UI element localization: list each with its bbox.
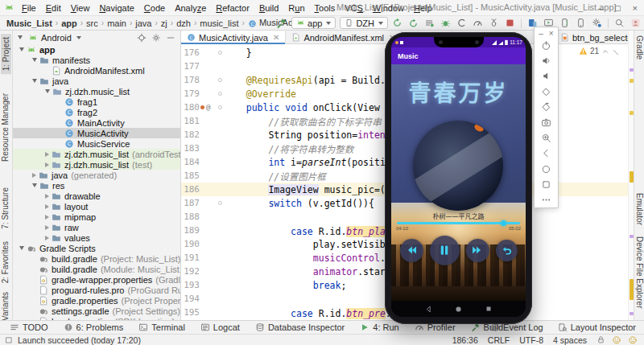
run-configuration-select[interactable]: app [291, 17, 336, 29]
breadcrumb-item[interactable]: main [107, 18, 126, 28]
tree-item-values[interactable]: values [13, 232, 180, 243]
menu-edit[interactable]: Edit [42, 2, 65, 14]
caret-position[interactable]: 186:36 [452, 335, 478, 345]
tree-item-musicservice[interactable]: CMusicService [13, 138, 180, 149]
build-hammer-icon[interactable] [276, 18, 287, 29]
editor-tab-androidmanifest-xml[interactable]: AndroidManifest.xml✕ [286, 31, 402, 44]
nav-home-icon[interactable] [455, 306, 462, 313]
breadcrumb-item[interactable]: music_list [200, 18, 238, 28]
emulator-screenshot-icon[interactable] [541, 117, 551, 128]
tool-window-tab-layout-inspector[interactable]: Layout Inspector [558, 322, 636, 332]
tree-item-androidmanifest-xml[interactable]: AndroidManifest.xml [13, 65, 180, 76]
tool-window-button-resource-manager[interactable]: Resource Manager [1, 93, 10, 162]
player-next-button[interactable] [466, 239, 489, 262]
target-icon[interactable] [137, 33, 147, 43]
tree-item-settings-gradle[interactable]: settings.gradle(Project Settings) [13, 306, 180, 316]
menu-view[interactable]: View [67, 2, 94, 14]
player-previous-button[interactable] [400, 239, 423, 262]
indent-setting[interactable]: 4 spaces [553, 335, 587, 345]
nav-recents-icon[interactable] [485, 306, 492, 312]
breadcrumb-item[interactable]: zj [161, 18, 167, 28]
run-icon[interactable] [392, 18, 402, 28]
maximize-button[interactable]: ▢ [614, 4, 621, 12]
progress-thumb[interactable] [501, 220, 506, 226]
tree-item-manifests[interactable]: manifests [13, 55, 180, 65]
menu-run[interactable]: Run [284, 2, 308, 14]
avd-manager-icon[interactable] [559, 18, 570, 28]
emulator-power-icon[interactable] [541, 40, 551, 51]
attach-debugger-icon[interactable] [489, 18, 499, 28]
tree-item-layout[interactable]: layout [13, 201, 180, 212]
tree-item-build-gradle[interactable]: build.gradle(Module: Music_List.app) [13, 264, 180, 274]
tree-item-frag1[interactable]: Cfrag1 [13, 97, 180, 107]
close-tab-icon[interactable]: ✕ [273, 33, 279, 42]
tool-window-button-1-project[interactable]: 1: Project [1, 34, 11, 74]
sdk-manager-icon[interactable] [592, 18, 602, 28]
tree-item-musicactivity[interactable]: CMusicActivity [13, 128, 180, 138]
emulator-minimize-button[interactable]: – [539, 29, 543, 38]
feedback-happy-icon[interactable] [612, 335, 621, 345]
sync-icon[interactable] [424, 18, 435, 28]
emulator-volume-up-icon[interactable] [541, 55, 551, 66]
tree-item-gradle-properties[interactable]: gradle.properties(Project Properties) [13, 295, 180, 306]
avatar-icon[interactable] [630, 18, 641, 28]
minus-icon[interactable] [166, 33, 175, 43]
tree-item-java[interactable]: java [13, 76, 180, 86]
tool-window-button-gradle[interactable]: Gradle [635, 35, 644, 60]
gear-icon[interactable] [151, 33, 161, 43]
breadcrumb-item[interactable]: app [61, 18, 77, 28]
emulator-rotate-left-icon[interactable] [541, 87, 551, 97]
editor-tab-musicactivity-java[interactable]: CMusicActivity.java✕ [181, 31, 286, 44]
tree-item-gradle-scripts[interactable]: Gradle Scripts [13, 243, 180, 253]
menu-build[interactable]: Build [255, 2, 283, 14]
phone-screen[interactable]: 11:17 Music 青春万岁 朴树——平凡之路 04:10 05:02 [391, 37, 526, 317]
tree-item-app[interactable]: app [13, 44, 180, 55]
tree-item-gradle-wrapper-properties[interactable]: gradle-wrapper.properties(Gradle Version… [13, 274, 180, 285]
tool-window-button-device-file-explorer[interactable]: Device File Explorer [635, 236, 644, 308]
tree-item-drawable[interactable]: drawable [13, 191, 180, 201]
emulator-home-icon[interactable] [541, 164, 551, 175]
project-view-mode[interactable]: Android [41, 33, 72, 43]
player-pause-button[interactable] [430, 236, 460, 265]
tree-item-mipmap[interactable]: mipmap [13, 212, 180, 222]
tree-item-zj-dzh-music-list[interactable]: zj.dzh.music_list(androidTest) [13, 149, 180, 159]
menu-refactor[interactable]: Refactor [212, 2, 254, 14]
emulator-volume-down-icon[interactable] [541, 71, 551, 81]
tree-item-zj-dzh-music-list[interactable]: zj.dzh.music_list(test) [13, 159, 180, 170]
emulator-close-button[interactable]: × [549, 29, 554, 38]
player-return-button[interactable] [496, 240, 518, 261]
error-stripe[interactable] [628, 31, 634, 320]
breadcrumb-item[interactable]: java [135, 18, 151, 28]
tool-window-tab-database-inspector[interactable]: Database Inspector [255, 322, 345, 332]
tool-window-tab-6-problems[interactable]: 6: Problems [64, 322, 124, 332]
emulator-back-icon[interactable] [541, 148, 551, 158]
tree-item-raw[interactable]: raw [13, 222, 180, 232]
tool-window-tab-todo[interactable]: TODO [10, 322, 48, 332]
status-message[interactable]: Launch succeeded (today 17:20) [18, 335, 141, 345]
apply-changes-icon[interactable] [408, 18, 419, 28]
feedback-sad-icon[interactable] [628, 335, 638, 345]
profiler-icon[interactable] [473, 18, 483, 28]
tree-item-proguard-rules-pro[interactable]: proguard-rules.pro(ProGuard Rules for Mu [13, 285, 180, 295]
file-encoding[interactable]: UTF-8 [519, 335, 543, 345]
menu-tools[interactable]: Tools [311, 2, 340, 14]
menu-file[interactable]: File [18, 2, 40, 14]
stop-icon[interactable] [505, 18, 515, 28]
tree-item-java[interactable]: java(generated) [13, 170, 180, 180]
device-mirror-icon[interactable] [576, 18, 586, 28]
tree-item-build-gradle[interactable]: build.gradle(Project: Music_List) [13, 253, 180, 264]
tree-item-frag2[interactable]: Cfrag2 [13, 107, 180, 117]
debug-icon[interactable] [440, 18, 451, 28]
device-select[interactable]: DZH [340, 17, 388, 29]
tool-window-quick-access-icon[interactable] [5, 336, 13, 344]
tree-item-res[interactable]: res [13, 180, 180, 191]
breadcrumb-item[interactable]: dzh [176, 18, 191, 28]
tool-window-button-emulator[interactable]: Emulator [635, 193, 644, 225]
tool-window-button-2-favorites[interactable]: 2: Favorites [1, 241, 10, 283]
emulator-zoom-icon[interactable] [541, 133, 551, 143]
menu-code[interactable]: Code [140, 2, 169, 14]
tool-window-button-7-structure[interactable]: 7: Structure [1, 187, 10, 229]
menu-navigate[interactable]: Navigate [95, 2, 138, 14]
breadcrumb-item[interactable]: src [86, 18, 98, 28]
minimize-button[interactable]: – [598, 3, 603, 13]
